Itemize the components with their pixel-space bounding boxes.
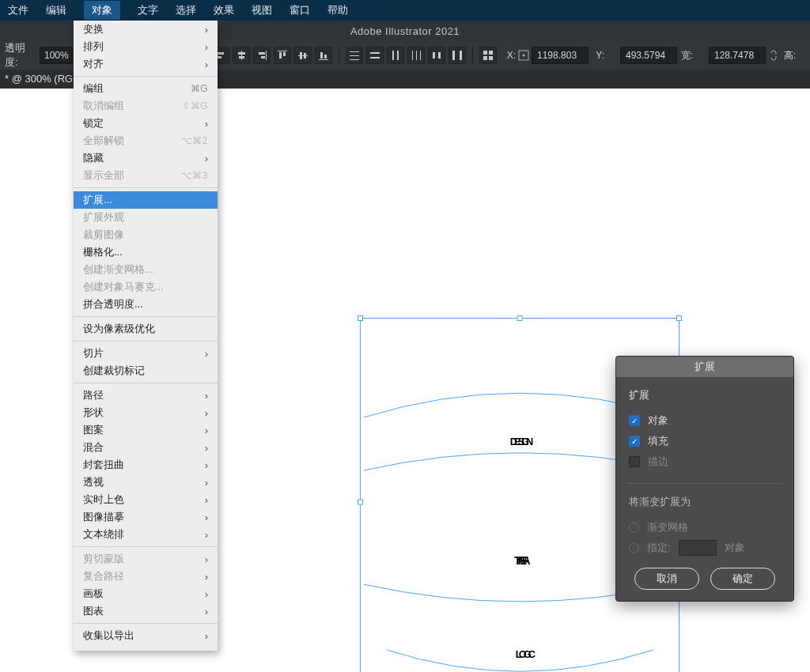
chain-icon[interactable] xyxy=(767,49,780,62)
menu-item[interactable]: 图案› xyxy=(74,421,218,439)
chevron-right-icon: › xyxy=(205,24,208,36)
menu-item[interactable]: 对齐› xyxy=(74,55,218,73)
menu-item-label: 剪切蒙版 xyxy=(83,552,124,566)
menu-item-label: 图像描摹 xyxy=(83,510,124,524)
menu-view[interactable]: 视图 xyxy=(252,3,272,17)
menu-item[interactable]: 形状› xyxy=(74,404,218,421)
chevron-right-icon: › xyxy=(205,571,208,583)
chevron-right-icon: › xyxy=(205,459,208,471)
svg-rect-1 xyxy=(489,51,493,55)
menu-item[interactable]: 隐藏› xyxy=(74,149,218,167)
menu-item[interactable]: 封套扭曲› xyxy=(74,456,218,474)
svg-rect-2 xyxy=(483,56,487,60)
menu-item[interactable]: 路径› xyxy=(74,387,218,404)
menu-item-label: 设为像素级优化 xyxy=(83,322,155,336)
menu-item[interactable]: 透视› xyxy=(74,474,218,491)
link-xy-icon[interactable] xyxy=(517,49,530,62)
section-expand: 扩展 xyxy=(629,388,781,402)
menu-file[interactable]: 文件 xyxy=(8,3,28,17)
menu-item[interactable]: 收集以导出› xyxy=(74,627,218,644)
menu-item-label: 图案 xyxy=(83,423,104,437)
check-icon[interactable]: ✓ xyxy=(629,436,640,447)
menu-item[interactable]: 图像描摹› xyxy=(74,508,218,526)
chevron-right-icon: › xyxy=(205,512,208,523)
coord-x-label: X: xyxy=(502,50,516,61)
menu-item[interactable]: 实时上色› xyxy=(74,491,218,508)
menu-item[interactable]: 设为像素级优化 xyxy=(74,320,218,338)
checkbox-fill-row[interactable]: ✓ 填充 xyxy=(629,431,781,451)
align-bottom-icon[interactable] xyxy=(315,47,332,64)
menu-help[interactable]: 帮助 xyxy=(327,3,348,17)
coord-y-input[interactable]: 493.5794 xyxy=(620,47,677,64)
coord-w-label: 宽: xyxy=(679,49,693,62)
bbox-handle-t[interactable] xyxy=(517,315,523,321)
checkbox-off-icon xyxy=(629,456,640,467)
ok-button[interactable]: 确定 xyxy=(710,568,775,590)
menu-object[interactable]: 对象 xyxy=(84,1,120,20)
dist-v-bottom-icon[interactable] xyxy=(387,47,404,64)
menu-type[interactable]: 文字 xyxy=(138,3,158,17)
menu-item-label: 复合路径 xyxy=(83,569,124,583)
menu-item[interactable]: 创建裁切标记 xyxy=(74,362,218,379)
dist-v-top-icon[interactable] xyxy=(346,47,363,64)
menu-item-label: 隐藏 xyxy=(83,151,104,165)
height-icon xyxy=(797,49,810,62)
menu-item-label: 扩展外观 xyxy=(83,210,124,225)
align-hcenter-icon[interactable] xyxy=(233,47,250,64)
lock-aspect-icon[interactable] xyxy=(695,49,707,62)
menu-item[interactable]: 图表› xyxy=(74,602,218,620)
menu-effect[interactable]: 效果 xyxy=(214,3,234,17)
cancel-button[interactable]: 取消 xyxy=(634,568,699,590)
menu-item-label: 扩展... xyxy=(83,193,112,207)
coord-x-input[interactable]: 1198.803 xyxy=(532,47,589,64)
svg-point-5 xyxy=(523,55,525,57)
opacity-input[interactable]: 100% xyxy=(40,47,73,64)
menu-item[interactable]: 锁定› xyxy=(74,115,218,132)
menu-item-label: 路径 xyxy=(83,388,104,402)
menu-item-label: 锁定 xyxy=(83,116,104,130)
svg-text:DESIGN: DESIGN xyxy=(510,436,533,447)
align-to-selection-icon[interactable] xyxy=(479,47,497,64)
menu-edit[interactable]: 编辑 xyxy=(46,3,66,17)
checkbox-fill-label: 填充 xyxy=(648,434,668,448)
menu-item-label: 形状 xyxy=(83,406,104,420)
menu-item: 创建对象马赛克... xyxy=(74,278,218,296)
checkbox-stroke-label: 描边 xyxy=(648,455,668,469)
menu-item-label: 编组 xyxy=(83,81,104,96)
bbox-handle-l[interactable] xyxy=(358,499,363,504)
align-right-icon[interactable] xyxy=(253,47,271,64)
radio-gradient-label: 渐变网格 xyxy=(647,520,688,534)
bbox-handle-tr[interactable] xyxy=(676,315,682,321)
svg-text:LOGC: LOGC xyxy=(516,648,536,660)
menu-item: 取消编组⇧⌘G xyxy=(74,97,218,115)
menu-item-label: 排列 xyxy=(83,40,104,54)
menu-item: 创建渐变网格... xyxy=(74,261,218,278)
menu-select[interactable]: 选择 xyxy=(176,3,196,17)
menu-item[interactable]: 拼合透明度... xyxy=(74,296,218,313)
check-icon[interactable]: ✓ xyxy=(629,415,640,426)
coord-w-input[interactable]: 128.7478 xyxy=(709,47,766,64)
menu-item[interactable]: 编组⌘G xyxy=(74,80,218,97)
align-vcenter-icon[interactable] xyxy=(294,47,312,64)
radio-specify-label: 指定: xyxy=(647,541,671,555)
dialog-title: 扩展 xyxy=(616,357,793,377)
align-toolbar xyxy=(212,47,497,64)
dist-h-center-icon[interactable] xyxy=(428,47,445,64)
menu-item[interactable]: 画板› xyxy=(74,585,218,602)
menu-item[interactable]: 文本绕排› xyxy=(74,526,218,543)
menu-item[interactable]: 栅格化... xyxy=(74,244,218,261)
chevron-right-icon: › xyxy=(205,153,208,164)
menu-window[interactable]: 窗口 xyxy=(290,3,310,17)
menu-item[interactable]: 扩展... xyxy=(74,191,218,209)
menu-item[interactable]: 排列› xyxy=(74,38,218,55)
menu-item-label: 封套扭曲 xyxy=(83,458,124,472)
checkbox-object-row[interactable]: ✓ 对象 xyxy=(629,410,781,431)
menu-item[interactable]: 切片› xyxy=(74,345,218,362)
menu-item[interactable]: 混合› xyxy=(74,439,218,456)
bbox-handle-tl[interactable] xyxy=(358,315,363,321)
menu-item[interactable]: 变换› xyxy=(74,21,218,38)
dist-h-left-icon[interactable] xyxy=(407,47,425,64)
dist-v-center-icon[interactable] xyxy=(366,47,384,64)
dist-h-right-icon[interactable] xyxy=(449,47,466,64)
align-top-icon[interactable] xyxy=(274,47,291,64)
